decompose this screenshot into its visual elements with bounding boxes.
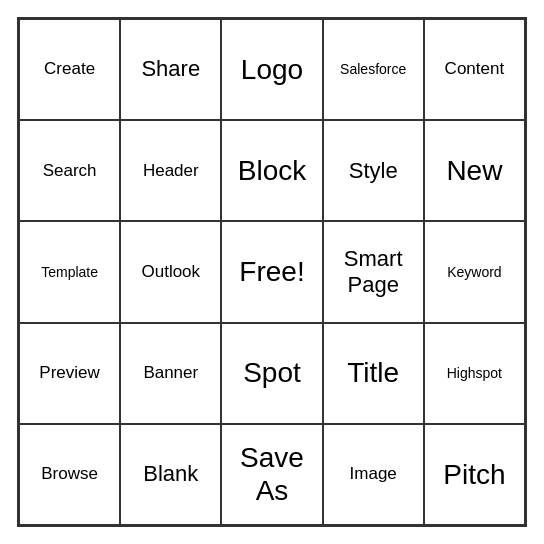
cell-label-r2c1: Outlook [141,262,200,282]
bingo-cell-r3c2: Spot [221,323,322,424]
cell-label-r4c4: Pitch [443,458,505,492]
bingo-cell-r4c0: Browse [19,424,120,525]
cell-label-r2c3: Smart Page [328,246,419,299]
bingo-cell-r4c2: Save As [221,424,322,525]
bingo-cell-r0c4: Content [424,19,525,120]
bingo-cell-r4c4: Pitch [424,424,525,525]
bingo-cell-r2c0: Template [19,221,120,322]
bingo-grid: CreateShareLogoSalesforceContentSearchHe… [19,19,525,525]
cell-label-r3c3: Title [347,356,399,390]
cell-label-r2c2: Free! [239,255,304,289]
cell-label-r1c3: Style [349,158,398,184]
cell-label-r3c4: Highspot [447,365,502,382]
bingo-cell-r3c3: Title [323,323,424,424]
cell-label-r0c4: Content [445,59,505,79]
cell-label-r3c2: Spot [243,356,301,390]
cell-label-r4c0: Browse [41,464,98,484]
bingo-cell-r4c1: Blank [120,424,221,525]
cell-label-r3c1: Banner [143,363,198,383]
bingo-cell-r2c1: Outlook [120,221,221,322]
bingo-cell-r4c3: Image [323,424,424,525]
cell-label-r2c0: Template [41,264,98,281]
cell-label-r0c2: Logo [241,53,303,87]
bingo-cell-r0c0: Create [19,19,120,120]
cell-label-r1c2: Block [238,154,306,188]
cell-label-r3c0: Preview [39,363,99,383]
bingo-cell-r1c3: Style [323,120,424,221]
cell-label-r2c4: Keyword [447,264,501,281]
bingo-board: CreateShareLogoSalesforceContentSearchHe… [17,17,527,527]
bingo-cell-r0c3: Salesforce [323,19,424,120]
cell-label-r0c0: Create [44,59,95,79]
bingo-cell-r3c0: Preview [19,323,120,424]
cell-label-r4c2: Save As [226,441,317,508]
cell-label-r4c1: Blank [143,461,198,487]
bingo-cell-r2c4: Keyword [424,221,525,322]
cell-label-r0c1: Share [141,56,200,82]
bingo-cell-r1c4: New [424,120,525,221]
cell-label-r1c0: Search [43,161,97,181]
bingo-cell-r3c4: Highspot [424,323,525,424]
cell-label-r1c1: Header [143,161,199,181]
bingo-cell-r2c2: Free! [221,221,322,322]
bingo-cell-r3c1: Banner [120,323,221,424]
bingo-cell-r1c1: Header [120,120,221,221]
cell-label-r0c3: Salesforce [340,61,406,78]
bingo-cell-r0c2: Logo [221,19,322,120]
cell-label-r4c3: Image [350,464,397,484]
bingo-cell-r0c1: Share [120,19,221,120]
bingo-cell-r2c3: Smart Page [323,221,424,322]
bingo-cell-r1c0: Search [19,120,120,221]
bingo-cell-r1c2: Block [221,120,322,221]
cell-label-r1c4: New [446,154,502,188]
